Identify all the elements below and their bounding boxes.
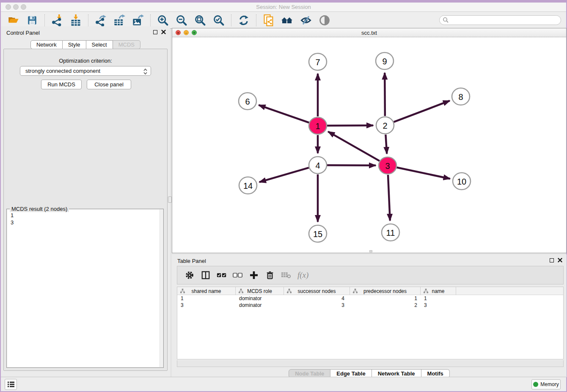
export-table-icon[interactable] xyxy=(113,14,126,27)
edge-3-11[interactable] xyxy=(388,175,390,221)
cell: 3 xyxy=(177,302,236,309)
homes-icon[interactable] xyxy=(281,14,294,27)
run-mcds-button[interactable]: Run MCDS xyxy=(41,80,82,89)
save-icon[interactable] xyxy=(26,14,39,27)
tab-network[interactable]: Network xyxy=(30,40,63,49)
zoom-in-icon[interactable] xyxy=(157,14,169,27)
node-1[interactable]: 1 xyxy=(309,117,327,134)
add-icon[interactable] xyxy=(248,270,259,281)
edge-4-3[interactable] xyxy=(327,165,376,166)
node-15[interactable]: 15 xyxy=(309,225,327,242)
node-3[interactable]: 3 xyxy=(379,157,396,174)
cell: 1 xyxy=(421,295,456,302)
zoom-selected-icon[interactable] xyxy=(212,14,225,27)
network-window-title: scc.txt xyxy=(172,30,566,36)
import-table-icon[interactable] xyxy=(69,14,82,27)
column-header-name[interactable]: name xyxy=(421,287,456,295)
node-11[interactable]: 11 xyxy=(382,224,399,241)
column-header-predecessor-nodes[interactable]: predecessor nodes xyxy=(350,287,421,295)
cell: 1 xyxy=(350,295,421,302)
toolbar-separator xyxy=(256,14,256,26)
node-10[interactable]: 10 xyxy=(453,173,471,190)
close-panel-icon[interactable] xyxy=(558,258,562,262)
status-bar: Memory xyxy=(1,377,566,391)
node-8[interactable]: 8 xyxy=(452,88,470,105)
edge-1-6[interactable] xyxy=(259,105,309,123)
tree-icon xyxy=(238,289,244,293)
tab-style[interactable]: Style xyxy=(63,40,86,49)
app-window: Session: New Session xyxy=(1,3,566,391)
memory-button[interactable]: Memory xyxy=(531,379,561,389)
function-icon[interactable]: f(x) xyxy=(297,271,308,280)
column-header-MCDS-role[interactable]: MCDS role xyxy=(236,287,284,295)
split-columns-icon[interactable] xyxy=(200,270,211,281)
node-4[interactable]: 4 xyxy=(309,157,327,174)
column-header-shared-name[interactable]: shared name xyxy=(177,287,236,295)
edge-3-1[interactable] xyxy=(328,132,380,161)
node-2[interactable]: 2 xyxy=(376,117,394,134)
network-canvas[interactable]: 7968124314101511 xyxy=(172,37,566,253)
node-7[interactable]: 7 xyxy=(309,53,327,70)
network-file-icon[interactable] xyxy=(262,14,275,27)
export-network-icon[interactable] xyxy=(94,14,107,27)
edge-3-10[interactable] xyxy=(397,168,450,179)
vertical-splitter-handle[interactable] xyxy=(168,196,172,203)
optimization-criterion-select[interactable]: strongly connected component xyxy=(20,66,151,76)
deselect-all-icon[interactable] xyxy=(232,270,243,281)
edge-2-8[interactable] xyxy=(394,101,450,122)
tab-select[interactable]: Select xyxy=(86,40,113,49)
search-input[interactable] xyxy=(439,15,561,25)
graphics-details-icon[interactable] xyxy=(300,14,312,27)
close-panel-button[interactable]: Close panel xyxy=(87,80,131,89)
node-6[interactable]: 6 xyxy=(239,93,256,110)
mcds-result-box[interactable]: 1 3 xyxy=(7,210,163,367)
float-panel-icon[interactable] xyxy=(153,30,157,34)
tab-mcds[interactable]: MCDS xyxy=(113,40,140,49)
edge-4-14[interactable] xyxy=(259,168,309,182)
svg-text:2: 2 xyxy=(383,121,387,130)
window-title: Session: New Session xyxy=(1,4,566,10)
gear-icon[interactable] xyxy=(184,270,195,281)
table-row[interactable]: 1dominator411 xyxy=(177,295,563,302)
list-icon xyxy=(7,381,15,388)
edge-2-9[interactable] xyxy=(385,73,385,116)
birds-eye-icon[interactable] xyxy=(318,14,331,27)
node-9[interactable]: 9 xyxy=(376,52,394,69)
svg-text:3: 3 xyxy=(385,161,390,171)
zoom-fit-icon[interactable] xyxy=(194,14,206,27)
svg-text:8: 8 xyxy=(458,92,463,102)
svg-text:14: 14 xyxy=(243,181,253,190)
zoom-out-icon[interactable] xyxy=(175,14,188,27)
delete-table-icon[interactable] xyxy=(281,270,292,281)
mcds-result-group: 1 3 MCDS result (2 nodes) xyxy=(6,209,164,368)
refresh-icon[interactable] xyxy=(237,14,250,27)
titlebar: Session: New Session xyxy=(1,3,566,12)
result-scrollbar[interactable] xyxy=(160,210,163,367)
node-14[interactable]: 14 xyxy=(239,177,257,194)
control-panel-tabs: NetworkStyleSelectMCDS xyxy=(1,40,170,49)
import-network-icon[interactable] xyxy=(51,14,63,27)
table-row[interactable]: 3dominator323 xyxy=(177,302,563,309)
task-history-button[interactable] xyxy=(5,379,17,390)
svg-text:4: 4 xyxy=(315,161,320,170)
close-panel-icon[interactable] xyxy=(161,30,166,34)
edge-1-2[interactable] xyxy=(327,125,373,126)
select-stepper-icon xyxy=(143,68,148,75)
network-window-titlebar[interactable]: ✕ – + scc.txt xyxy=(172,28,566,37)
select-all-icon[interactable] xyxy=(216,270,227,281)
float-panel-icon[interactable] xyxy=(550,258,554,262)
table-toolbar: f(x) xyxy=(177,266,564,284)
cell: 2 xyxy=(350,302,421,309)
export-image-icon[interactable] xyxy=(132,14,144,27)
edge-2-3[interactable] xyxy=(385,135,387,154)
tree-icon xyxy=(423,289,429,293)
network-resize-handle[interactable] xyxy=(369,250,372,252)
toolbar-separator xyxy=(44,14,45,26)
optimization-criterion-value: strongly connected component xyxy=(25,68,100,74)
table-horizontal-scrollbar[interactable] xyxy=(177,360,564,367)
open-folder-icon[interactable] xyxy=(7,14,20,27)
node-table[interactable]: shared nameMCDS rolesuccessor nodesprede… xyxy=(177,287,564,359)
search-icon xyxy=(443,17,449,24)
column-header-successor-nodes[interactable]: successor nodes xyxy=(284,287,350,295)
trash-icon[interactable] xyxy=(264,270,275,281)
